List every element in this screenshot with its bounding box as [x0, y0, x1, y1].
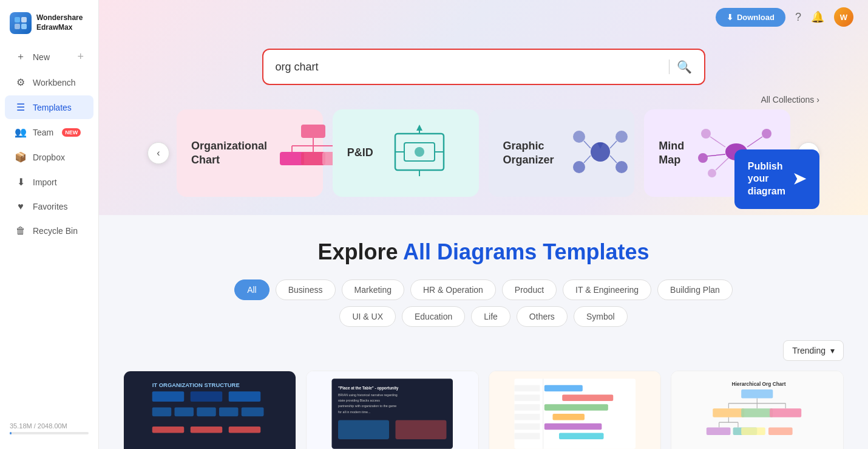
svg-point-23: [573, 131, 585, 143]
filter-product[interactable]: Product: [502, 279, 557, 300]
svg-rect-2: [15, 24, 20, 29]
svg-rect-62: [338, 420, 389, 440]
svg-text:Hierarchical Org Chart: Hierarchical Org Chart: [732, 381, 786, 387]
sidebar-item-dropbox[interactable]: 📦 Dropbox: [5, 145, 93, 169]
svg-rect-48: [152, 408, 172, 417]
svg-rect-68: [514, 395, 540, 402]
card-graphic-organizer[interactable]: GraphicOrganizer: [489, 109, 635, 197]
svg-point-25: [573, 161, 585, 173]
svg-line-27: [584, 141, 591, 148]
sidebar-item-templates[interactable]: ☰ Templates: [5, 95, 93, 119]
search-border: 🔍: [262, 49, 705, 85]
filter-building-plan[interactable]: Building Plan: [657, 279, 733, 300]
filter-marketing[interactable]: Marketing: [342, 279, 404, 300]
filter-symbol[interactable]: Symbol: [574, 306, 628, 327]
svg-line-38: [710, 137, 725, 147]
filter-ui-ux[interactable]: UI & UX: [339, 306, 396, 327]
svg-text:state providing Blacks access: state providing Blacks access: [338, 399, 380, 402]
app-logo[interactable]: Wondershare EdrawMax: [0, 7, 98, 44]
sidebar-item-import[interactable]: ⬇ Import: [5, 170, 93, 194]
svg-rect-85: [713, 408, 745, 417]
filter-others[interactable]: Others: [517, 306, 568, 327]
sidebar-item-recycle[interactable]: 🗑 Recycle Bin: [5, 219, 93, 242]
card-org-chart[interactable]: OrganizationalChart: [177, 109, 323, 197]
template-card-it-org[interactable]: IT ORGANIZATION STRUCTURE IT: [123, 371, 296, 449]
svg-text:IT ORGANIZATION STRUCTURE: IT ORGANIZATION STRUCTURE: [152, 382, 240, 388]
logo-icon: [10, 12, 32, 34]
filter-business[interactable]: Business: [276, 279, 336, 300]
svg-line-42: [716, 158, 728, 170]
svg-line-29: [584, 156, 591, 163]
chevron-down-icon: ▾: [830, 346, 835, 355]
publish-popup[interactable]: Publishyourdiagram ➤: [734, 149, 819, 209]
sidebar-item-label: Templates: [33, 103, 72, 112]
svg-rect-47: [229, 391, 261, 402]
svg-rect-95: [768, 427, 793, 435]
svg-rect-10: [280, 152, 304, 165]
explore-title-plain: Explore: [317, 239, 403, 264]
sidebar-item-label: New: [33, 52, 50, 62]
filter-row-1: All Business Marketing HR & Operation Pr…: [123, 279, 844, 300]
svg-rect-53: [152, 427, 185, 433]
svg-rect-72: [514, 414, 540, 420]
filter-hr-operation[interactable]: HR & Operation: [410, 279, 496, 300]
trending-row: Trending ▾: [123, 333, 844, 371]
template-card-place-table[interactable]: "Place at the Table" - opportunity BRIAN…: [306, 371, 479, 449]
help-icon[interactable]: ?: [795, 11, 801, 24]
explore-section: Explore All Diagrams Templates All Busin…: [99, 215, 868, 449]
svg-rect-0: [15, 17, 20, 22]
template-card-hierarchical-org[interactable]: Hierarchical Org Chart: [671, 371, 844, 449]
svg-rect-69: [562, 395, 613, 402]
sidebar-item-new[interactable]: ＋ New +: [5, 44, 93, 69]
svg-marker-17: [416, 125, 422, 131]
dropbox-icon: 📦: [15, 151, 27, 163]
search-wrapper: 🔍: [262, 49, 705, 85]
search-icon[interactable]: 🔍: [677, 60, 692, 74]
svg-rect-4: [301, 125, 325, 138]
filter-it-engineering[interactable]: IT & Engineering: [563, 279, 651, 300]
filter-all[interactable]: All: [234, 279, 270, 300]
graphic-image: [564, 122, 637, 185]
template-thumb-it-org: IT ORGANIZATION STRUCTURE: [124, 371, 296, 449]
carousel: ‹ OrganizationalChart: [123, 109, 844, 197]
card-pid[interactable]: P&ID: [333, 109, 479, 197]
sidebar-item-team[interactable]: 👥 Team NEW: [5, 120, 93, 144]
svg-rect-71: [544, 404, 608, 411]
svg-rect-94: [742, 427, 766, 435]
notification-icon[interactable]: 🔔: [811, 10, 824, 24]
svg-rect-70: [514, 404, 540, 411]
sidebar-item-label: Favorites: [33, 202, 68, 211]
storage-fill: [10, 432, 12, 434]
svg-point-34: [698, 153, 708, 163]
sidebar-item-label: Workbench: [33, 78, 76, 87]
card-pid-label: P&ID: [347, 146, 373, 160]
download-button[interactable]: ⬇ Download: [716, 8, 785, 27]
explore-title-highlight: All Diagrams Templates: [403, 239, 649, 264]
templates-icon: ☰: [15, 101, 27, 113]
svg-line-39: [747, 137, 762, 147]
download-icon: ⬇: [727, 13, 733, 22]
svg-rect-49: [175, 408, 194, 417]
svg-rect-46: [191, 391, 223, 402]
filter-education[interactable]: Education: [402, 306, 465, 327]
team-icon: 👥: [15, 126, 27, 138]
avatar[interactable]: W: [834, 7, 853, 27]
chevron-icon: ›: [816, 95, 819, 105]
carousel-prev-button[interactable]: ‹: [147, 142, 169, 164]
svg-rect-79: [742, 389, 773, 399]
svg-text:BRIAN using historical narrati: BRIAN using historical narrative regardi…: [338, 393, 398, 397]
explore-title: Explore All Diagrams Templates: [123, 239, 844, 265]
storage-label: 35.18M / 2048.00M: [10, 422, 89, 430]
svg-rect-86: [742, 408, 773, 417]
template-card-gantt[interactable]: Gantt Chart: [489, 371, 662, 449]
filter-life[interactable]: Life: [471, 306, 510, 327]
trending-select[interactable]: Trending ▾: [783, 340, 844, 361]
template-thumb-place-table: "Place at the Table" - opportunity BRIAN…: [307, 371, 478, 449]
storage-info: 35.18M / 2048.00M: [0, 415, 98, 442]
search-input[interactable]: [276, 61, 662, 74]
svg-rect-11: [301, 152, 325, 165]
sidebar-item-favorites[interactable]: ♥ Favorites: [5, 195, 93, 218]
all-collections-link[interactable]: All Collections ›: [761, 95, 819, 105]
sidebar-item-workbench[interactable]: ⚙ Workbench: [5, 70, 93, 94]
svg-point-26: [615, 161, 628, 173]
